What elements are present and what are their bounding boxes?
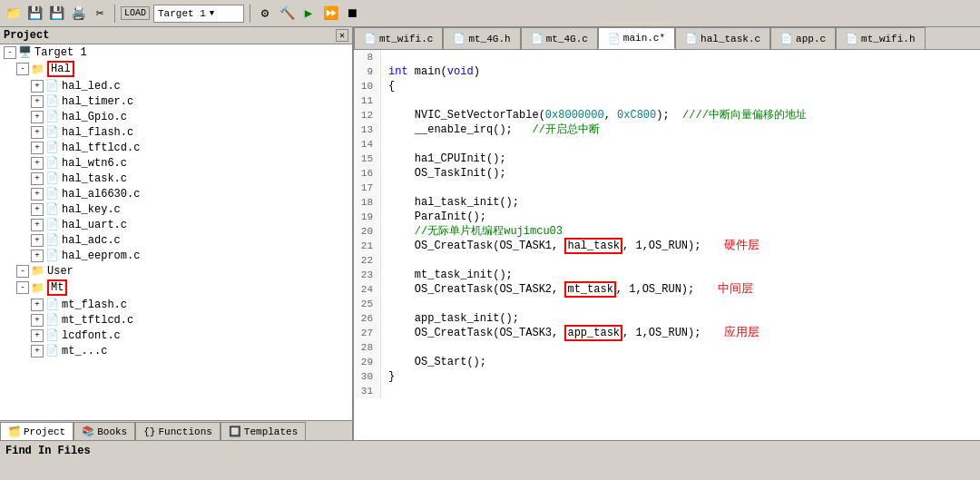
hal-eeprom-label: hal_eeprom.c bbox=[62, 250, 140, 262]
toolbar-sep-1 bbox=[114, 5, 115, 23]
toolbar-icon-print[interactable]: 🖨️ bbox=[69, 5, 87, 23]
project-tab-icon: 🗂️ bbox=[8, 426, 21, 437]
file-tab-mt-4g-c[interactable]: 📄 mt_4G.c bbox=[521, 27, 598, 49]
tree-item-hal-eeprom[interactable]: + 📄 hal_eeprom.c bbox=[0, 248, 352, 263]
bottom-tabs: 🗂️ Project 📚 Books {} Functions 🔲 Templa… bbox=[0, 420, 352, 440]
expander-hal[interactable]: - bbox=[16, 63, 29, 75]
expander-mt[interactable]: - bbox=[16, 281, 29, 294]
expander-hal-timer[interactable]: + bbox=[31, 95, 44, 108]
tree-item-hal-task[interactable]: + 📄 hal_task.c bbox=[0, 171, 352, 186]
code-line-23: 23 mt_task_init(); bbox=[354, 268, 980, 282]
code-area[interactable]: 8 9 int main(void) 10 { 11 12 NVIC_SetVe… bbox=[354, 50, 980, 440]
hal-tftlcd-label: hal_tftlcd.c bbox=[62, 142, 140, 154]
tree-item-target1[interactable]: - 🖥️ Target 1 bbox=[0, 44, 352, 60]
folder-user-icon: 📁 bbox=[31, 264, 44, 278]
mt-4g-c-tab-label: mt_4G.c bbox=[546, 34, 588, 44]
tab-project[interactable]: 🗂️ Project bbox=[0, 422, 74, 440]
expander-target1[interactable]: - bbox=[4, 46, 16, 59]
expander-hal-tftlcd[interactable]: + bbox=[31, 142, 44, 154]
tree-item-hal-led[interactable]: + 📄 hal_led.c bbox=[0, 78, 352, 93]
toolbar-icon-debug[interactable]: ⚙️ bbox=[256, 5, 274, 23]
tree-item-mt-etc[interactable]: + 📄 mt_...c bbox=[0, 343, 352, 358]
expander-hal-gpio[interactable]: + bbox=[31, 111, 44, 123]
hal-al6630-label: hal_al6630.c bbox=[62, 188, 140, 201]
line-content-29: OS_Start(); bbox=[381, 355, 980, 369]
target-selector[interactable]: Target 1 ▼ bbox=[153, 5, 244, 23]
toolbar-icon-save2[interactable]: 💾 bbox=[47, 5, 65, 23]
mt-wifi-c-tab-label: mt_wifi.c bbox=[379, 34, 433, 44]
file-tab-hal-task-c[interactable]: 📄 hal_task.c bbox=[675, 27, 770, 49]
main-layout: Project ✕ - 🖥️ Target 1 - 📁 Hal + bbox=[0, 27, 980, 440]
line-num-29: 29 bbox=[354, 355, 381, 369]
tree-item-hal-flash[interactable]: + 📄 hal_flash.c bbox=[0, 124, 352, 140]
expander-hal-adc[interactable]: + bbox=[31, 234, 44, 247]
file-tabs: 📄 mt_wifi.c 📄 mt_4G.h 📄 mt_4G.c 📄 main.c… bbox=[354, 27, 980, 50]
code-line-14: 14 bbox=[354, 137, 980, 152]
expander-hal-task[interactable]: + bbox=[31, 172, 44, 185]
hal-task-c-tab-label: hal_task.c bbox=[701, 34, 760, 44]
line-content-21: OS_CreatTask(OS_TASK1, hal_task, 1,OS_RU… bbox=[381, 239, 980, 253]
mt-wifi-h-tab-icon: 📄 bbox=[846, 33, 858, 44]
expander-mt-tftlcd[interactable]: + bbox=[31, 314, 44, 327]
expander-hal-al6630[interactable]: + bbox=[31, 188, 44, 201]
mt-flash-label: mt_flash.c bbox=[62, 299, 127, 311]
toolbar-icon-cut[interactable]: ✂️ bbox=[91, 5, 109, 23]
tree-item-hal-adc[interactable]: + 📄 hal_adc.c bbox=[0, 232, 352, 248]
toolbar-icon-step[interactable]: ⏩ bbox=[321, 5, 339, 23]
expander-hal-wtn6[interactable]: + bbox=[31, 157, 44, 170]
toolbar-icon-new[interactable]: 📁 bbox=[4, 5, 22, 23]
file-hal-key-icon: 📄 bbox=[45, 202, 59, 216]
tab-books[interactable]: 📚 Books bbox=[74, 422, 135, 440]
file-hal-tftlcd-icon: 📄 bbox=[45, 141, 59, 154]
expander-hal-key[interactable]: + bbox=[31, 203, 44, 216]
expander-mt-flash[interactable]: + bbox=[31, 299, 44, 311]
tree-item-user[interactable]: - 📁 User bbox=[0, 263, 352, 279]
code-line-15: 15 ha1_CPUInit(); bbox=[354, 152, 980, 166]
hal-task-label: hal_task.c bbox=[62, 172, 127, 185]
tree-item-hal-timer[interactable]: + 📄 hal_timer.c bbox=[0, 93, 352, 109]
tree-item-mt-flash[interactable]: + 📄 mt_flash.c bbox=[0, 297, 352, 312]
expander-hal-uart[interactable]: + bbox=[31, 219, 44, 231]
file-tab-mt-wifi-h[interactable]: 📄 mt_wifi.h bbox=[836, 27, 925, 49]
tree-item-hal-gpio[interactable]: + 📄 hal_Gpio.c bbox=[0, 109, 352, 124]
tab-functions[interactable]: {} Functions bbox=[135, 422, 220, 440]
tree-item-mt-tftlcd[interactable]: + 📄 mt_tftlcd.c bbox=[0, 312, 352, 328]
file-tab-mt-4g-h[interactable]: 📄 mt_4G.h bbox=[443, 27, 520, 49]
tree-item-mt[interactable]: - 📁 Mt bbox=[0, 279, 352, 297]
app-c-tab-icon: 📄 bbox=[780, 33, 793, 44]
expander-hal-led[interactable]: + bbox=[31, 80, 44, 93]
mt-wifi-c-tab-icon: 📄 bbox=[364, 33, 377, 44]
toolbar-icon-save[interactable]: 💾 bbox=[25, 5, 44, 23]
tree-item-lcdfont[interactable]: + 📄 lcdfont.c bbox=[0, 328, 352, 343]
code-line-11: 11 bbox=[354, 93, 980, 108]
tab-templates[interactable]: 🔲 Templates bbox=[220, 422, 306, 440]
tree-item-hal-wtn6[interactable]: + 📄 hal_wtn6.c bbox=[0, 155, 352, 171]
expander-lcdfont[interactable]: + bbox=[31, 329, 44, 342]
expander-hal-eeprom[interactable]: + bbox=[31, 250, 44, 262]
expander-mt-etc[interactable]: + bbox=[31, 345, 44, 358]
mt-4g-h-tab-label: mt_4G.h bbox=[468, 34, 510, 44]
expander-hal-flash[interactable]: + bbox=[31, 126, 44, 139]
line-content-19: ParaInit(); bbox=[381, 210, 980, 224]
hal-folder-label: Hal bbox=[47, 61, 74, 77]
tree-item-hal-key[interactable]: + 📄 hal_key.c bbox=[0, 201, 352, 217]
line-num-20: 20 bbox=[354, 224, 381, 239]
toolbar-icon-build[interactable]: 🔨 bbox=[278, 5, 296, 23]
file-tab-app-c[interactable]: 📄 app.c bbox=[770, 27, 836, 49]
tree-item-hal-al6630[interactable]: + 📄 hal_al6630.c bbox=[0, 186, 352, 201]
project-close-button[interactable]: ✕ bbox=[336, 29, 348, 42]
project-tree[interactable]: - 🖥️ Target 1 - 📁 Hal + 📄 hal_led.c + bbox=[0, 44, 352, 420]
tree-item-hal[interactable]: - 📁 Hal bbox=[0, 60, 352, 78]
toolbar-icon-run[interactable]: ▶ bbox=[299, 5, 318, 23]
tab-templates-label: Templates bbox=[244, 426, 298, 437]
app-c-tab-label: app.c bbox=[796, 34, 826, 44]
project-header-title: Project bbox=[4, 29, 49, 42]
target-selector-text: Target 1 bbox=[158, 8, 206, 19]
file-tab-mt-wifi-c[interactable]: 📄 mt_wifi.c bbox=[354, 27, 443, 49]
tree-item-hal-tftlcd[interactable]: + 📄 hal_tftlcd.c bbox=[0, 140, 352, 155]
expander-user[interactable]: - bbox=[16, 265, 29, 278]
tree-item-hal-uart[interactable]: + 📄 hal_uart.c bbox=[0, 217, 352, 232]
file-hal-adc-icon: 📄 bbox=[45, 233, 59, 247]
file-tab-main-c[interactable]: 📄 main.c* bbox=[598, 27, 675, 49]
toolbar-icon-stop[interactable]: ⏹ bbox=[343, 5, 361, 23]
